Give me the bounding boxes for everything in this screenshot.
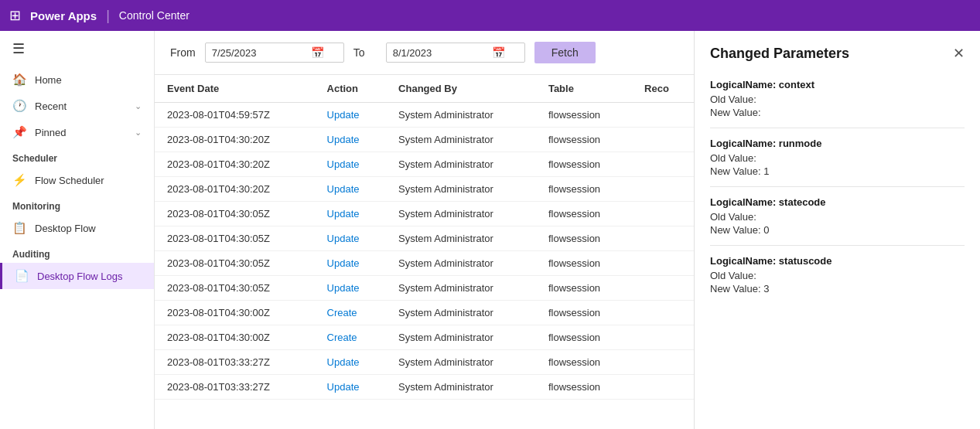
sidebar-item-label: Desktop Flow Logs: [37, 271, 123, 282]
cell-event-date: 2023-08-01T04:30:05Z: [155, 276, 315, 301]
param-old-value: Old Value:: [710, 211, 965, 223]
cell-event-date: 2023-08-01T03:33:27Z: [155, 350, 315, 375]
param-group: LogicalName: runmodeOld Value:New Value:…: [710, 128, 965, 187]
cell-reco: [632, 202, 694, 226]
desktop-flow-icon: 📋: [12, 221, 27, 235]
cell-event-date: 2023-08-01T04:30:00Z: [155, 325, 315, 350]
filter-bar: From 📅 To 📅 Fetch: [155, 31, 694, 75]
to-date-field[interactable]: [393, 47, 486, 59]
cell-action[interactable]: Update: [315, 226, 387, 251]
cell-table: flowsession: [536, 276, 632, 301]
table-row: 2023-08-01T04:30:05ZUpdateSystem Adminis…: [155, 202, 694, 226]
flow-scheduler-icon: ⚡: [12, 173, 27, 187]
panel-body: LogicalName: contextOld Value:New Value:…: [695, 70, 980, 429]
cell-table: flowsession: [536, 375, 632, 400]
param-group: LogicalName: contextOld Value:New Value:: [710, 70, 965, 128]
cell-action[interactable]: Update: [315, 103, 387, 128]
table-row: 2023-08-01T04:30:20ZUpdateSystem Adminis…: [155, 152, 694, 177]
sidebar-item-desktop-flow[interactable]: 📋 Desktop Flow: [0, 215, 154, 241]
col-table: Table: [536, 75, 632, 103]
data-table-wrapper: Event Date Action Changed By Table Reco …: [155, 75, 694, 429]
table-row: 2023-08-01T04:30:05ZUpdateSystem Adminis…: [155, 276, 694, 301]
monitoring-section-label: Monitoring: [0, 193, 154, 215]
sidebar-item-recent[interactable]: 🕐 Recent ⌄: [0, 93, 154, 119]
cell-event-date: 2023-08-01T04:30:20Z: [155, 128, 315, 152]
cell-action[interactable]: Create: [315, 301, 387, 325]
from-date-input[interactable]: 📅: [205, 43, 344, 63]
cell-table: flowsession: [536, 152, 632, 177]
cell-changed-by: System Administrator: [386, 128, 536, 152]
fetch-button[interactable]: Fetch: [534, 42, 596, 63]
cell-action[interactable]: Update: [315, 152, 387, 177]
sidebar-item-desktop-flow-logs[interactable]: 📄 Desktop Flow Logs: [0, 263, 154, 289]
sidebar-item-label: Desktop Flow: [35, 223, 96, 234]
cell-reco: [632, 128, 694, 152]
cell-action[interactable]: Create: [315, 325, 387, 350]
param-new-value: New Value: 1: [710, 165, 965, 177]
table-row: 2023-08-01T03:33:27ZUpdateSystem Adminis…: [155, 375, 694, 400]
sidebar-item-label: Pinned: [35, 127, 66, 138]
scheduler-section-label: Scheduler: [0, 145, 154, 167]
cell-changed-by: System Administrator: [386, 202, 536, 226]
cell-table: flowsession: [536, 350, 632, 375]
cell-table: flowsession: [536, 103, 632, 128]
pin-icon: 📌: [12, 125, 27, 139]
sidebar-item-pinned[interactable]: 📌 Pinned ⌄: [0, 119, 154, 145]
cell-action[interactable]: Update: [315, 350, 387, 375]
cell-changed-by: System Administrator: [386, 325, 536, 350]
table-row: 2023-08-01T04:30:00ZCreateSystem Adminis…: [155, 301, 694, 325]
close-button[interactable]: ✕: [953, 45, 965, 62]
chevron-down-icon: ⌄: [135, 101, 142, 111]
panel-header: Changed Parameters ✕: [695, 31, 980, 70]
auditing-section-label: Auditing: [0, 241, 154, 263]
cell-action[interactable]: Update: [315, 276, 387, 301]
sidebar-item-label: Home: [35, 74, 62, 86]
from-date-field[interactable]: [212, 47, 305, 59]
sidebar-item-flow-scheduler[interactable]: ⚡ Flow Scheduler: [0, 167, 154, 193]
cell-reco: [632, 325, 694, 350]
hamburger-icon[interactable]: ☰: [0, 31, 154, 66]
to-date-input[interactable]: 📅: [386, 43, 525, 63]
to-calendar-icon[interactable]: 📅: [492, 46, 505, 59]
cell-action[interactable]: Update: [315, 128, 387, 152]
table-row: 2023-08-01T04:59:57ZUpdateSystem Adminis…: [155, 103, 694, 128]
recent-icon: 🕐: [12, 99, 27, 113]
table-row: 2023-08-01T04:30:20ZUpdateSystem Adminis…: [155, 128, 694, 152]
cell-changed-by: System Administrator: [386, 301, 536, 325]
main-layout: ☰ 🏠 Home 🕐 Recent ⌄ 📌 Pinned ⌄ Scheduler…: [0, 31, 980, 429]
cell-event-date: 2023-08-01T04:30:20Z: [155, 177, 315, 202]
topbar: ⊞ Power Apps | Control Center: [0, 0, 980, 31]
cell-changed-by: System Administrator: [386, 103, 536, 128]
chevron-down-icon: ⌄: [135, 128, 142, 138]
param-old-value: Old Value:: [710, 152, 965, 164]
cell-event-date: 2023-08-01T04:30:20Z: [155, 152, 315, 177]
cell-reco: [632, 103, 694, 128]
cell-action[interactable]: Update: [315, 202, 387, 226]
cell-table: flowsession: [536, 301, 632, 325]
content-area: From 📅 To 📅 Fetch Event Date Action Chan…: [155, 31, 694, 429]
desktop-flow-logs-icon: 📄: [15, 269, 29, 283]
param-group: LogicalName: statuscodeOld Value:New Val…: [710, 246, 965, 304]
sidebar-item-home[interactable]: 🏠 Home: [0, 66, 154, 93]
audit-table: Event Date Action Changed By Table Reco …: [155, 75, 694, 400]
cell-event-date: 2023-08-01T04:30:00Z: [155, 301, 315, 325]
param-old-value: Old Value:: [710, 270, 965, 281]
cell-changed-by: System Administrator: [386, 226, 536, 251]
cell-table: flowsession: [536, 202, 632, 226]
cell-event-date: 2023-08-01T04:30:05Z: [155, 226, 315, 251]
table-row: 2023-08-01T04:30:05ZUpdateSystem Adminis…: [155, 226, 694, 251]
cell-action[interactable]: Update: [315, 251, 387, 276]
cell-changed-by: System Administrator: [386, 177, 536, 202]
from-calendar-icon[interactable]: 📅: [311, 46, 324, 59]
cell-action[interactable]: Update: [315, 375, 387, 400]
sidebar-item-label: Flow Scheduler: [35, 175, 104, 186]
cell-table: flowsession: [536, 226, 632, 251]
cell-reco: [632, 152, 694, 177]
topbar-divider: |: [106, 8, 110, 24]
sidebar-item-label: Recent: [35, 100, 67, 112]
cell-action[interactable]: Update: [315, 177, 387, 202]
grid-icon[interactable]: ⊞: [9, 7, 21, 24]
param-logical-name: LogicalName: statuscode: [710, 255, 965, 267]
param-group: LogicalName: statecodeOld Value:New Valu…: [710, 187, 965, 246]
table-row: 2023-08-01T04:30:05ZUpdateSystem Adminis…: [155, 251, 694, 276]
